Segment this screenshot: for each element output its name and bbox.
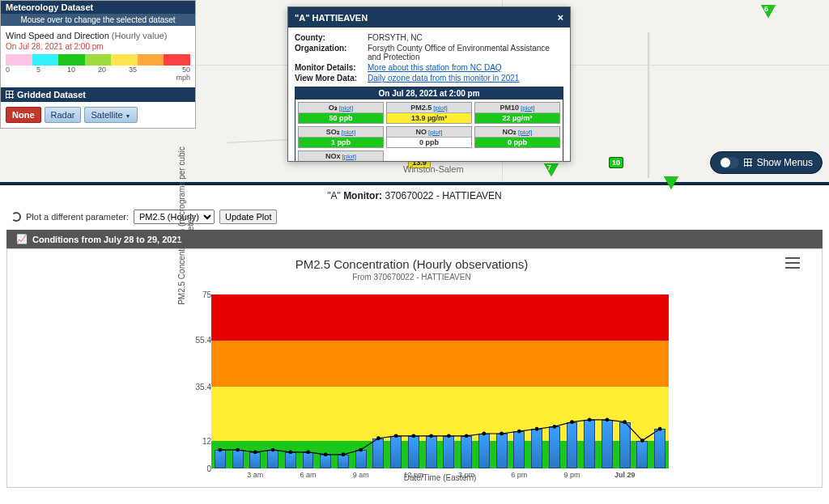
svg-point-6 [324,452,328,456]
pollutant-name: SO₂ [326,128,340,136]
svg-point-25 [658,427,662,431]
satellite-label: Satellite [91,110,122,120]
antenna-icon: "A" [327,190,341,201]
chart-subtitle: From 370670022 - HATTIEAVEN [17,273,806,282]
pollutant-name: PM10 [500,104,520,112]
svg-point-7 [342,452,346,456]
svg-point-21 [588,417,592,421]
plot-param-label: Plot a different parameter: [26,212,129,222]
pollutant-cell: SO₂[plot]1 ppb [298,126,384,148]
close-icon[interactable]: × [557,11,563,23]
pollutant-cell: NO₂[plot]0 ppb [474,126,560,148]
param-type: (Hourly value) [112,31,167,40]
svg-point-19 [552,425,556,429]
show-menus-label: Show Menus [757,157,813,168]
svg-point-24 [640,438,644,443]
map-area[interactable]: Meteorology Dataset Mouse over to change… [0,0,829,185]
plot-controls: Plot a different parameter: PM2.5 (Hourl… [0,206,829,227]
line-layer [211,294,669,468]
svg-point-1 [236,448,240,452]
param-name: Wind Speed and Direction [6,31,109,40]
unit-label: mph [6,74,190,82]
gridded-title: Gridded Dataset [17,90,86,100]
meta-county-key: County: [295,33,368,42]
meta-org-val: Forsyth County Office of Environmental A… [368,44,563,61]
pollutant-value: 50 ppb [299,113,383,123]
meta-details-key: Monitor Details: [295,63,368,72]
y-tick: 12 [187,437,211,446]
svg-point-8 [359,448,363,452]
map-marker-triangle[interactable] [664,176,678,189]
panel-title-bar: Meteorology Dataset [1,1,195,14]
monitor-value: 370670022 - HATTIEAVEN [385,190,501,201]
conditions-header: 📈 Conditions from July 28 to 29, 2021 [6,230,823,248]
update-plot-button[interactable]: Update Plot [219,210,277,224]
y-tick: 75 [187,290,211,299]
grid-icon [6,91,14,99]
pollutant-value: 1 ppb [299,138,383,147]
svg-point-18 [535,427,539,431]
grid-icon [744,159,752,167]
wind-scale-labels: 0510203550 [6,66,190,74]
pollutant-plot-link[interactable]: [plot] [518,129,532,136]
y-tick: 35.4 [187,383,211,392]
chart-title: PM2.5 Concentration (Hourly observations… [17,254,806,271]
gridded-dataset-header: Gridded Dataset [1,87,195,102]
layer-none-button[interactable]: None [6,107,41,123]
pollutant-plot-link[interactable]: [plot] [433,104,447,112]
monitor-title-bar: "A" Monitor: 370670022 - HATTIEAVEN [0,185,829,206]
panel-title: Meteorology Dataset [6,2,93,12]
show-menus-button[interactable]: Show Menus [710,151,823,174]
parameter-select[interactable]: PM2.5 (Hourly) [134,210,215,224]
panel-hint: Mouse over to change the selected datase… [1,14,195,26]
svg-point-16 [500,432,504,436]
layer-satellite-button[interactable]: Satellite▼ [84,107,137,123]
svg-point-5 [306,451,310,455]
pollutant-cell: PM2.5[plot]13.9 µg/m³ [386,102,472,124]
wind-colorbar [6,54,190,66]
chart-menu-button[interactable] [785,257,800,269]
svg-point-3 [271,448,275,452]
pollutant-name: O₃ [329,104,338,112]
pollutant-value: 13.9 µg/m³ [387,113,471,123]
caret-down-icon: ▼ [125,113,131,119]
map-marker[interactable]: 10 [609,157,623,168]
chart-frame: PM2.5 Concentration (Hourly observations… [6,248,823,488]
pollutant-cell: NO[plot]0 ppb [386,126,472,148]
road-line [648,32,649,178]
meta-county-val: FORSYTH, NC [368,33,563,42]
toggle-icon [720,157,739,168]
station-popup: "A" HATTIEAVEN × County:FORSYTH, NC Orga… [287,6,571,162]
pollutant-cell: O₃[plot]50 ppb [298,102,384,124]
param-timestamp: On Jul 28, 2021 at 2:00 pm [6,42,190,51]
svg-point-4 [288,451,292,455]
svg-point-15 [482,432,486,436]
svg-point-9 [376,436,380,440]
pollutant-value: 0 ppb [475,138,559,147]
pollutant-name: NO₂ [503,128,517,136]
svg-point-22 [606,417,610,421]
map-marker-triangle[interactable]: 7 [544,163,559,176]
pollutant-plot-link[interactable]: [plot] [521,104,534,112]
pollutant-plot-link[interactable]: [plot] [342,129,355,136]
chart-icon: 📈 [16,234,28,244]
pollutant-plot-link[interactable]: [plot] [428,129,442,136]
pollutant-name: NO [416,128,427,136]
antenna-icon: "A" [295,13,309,23]
wind-speed-row: Wind Speed and Direction (Hourly value) [6,31,190,40]
meta-org-key: Organization: [295,44,368,61]
map-marker-triangle[interactable]: 6 [761,5,776,18]
meta-more-key: View More Data: [295,74,368,83]
pollutant-name: PM2.5 [410,104,432,112]
popup-body: County:FORSYTH, NC Organization:Forsyth … [288,28,570,161]
svg-point-12 [429,434,433,438]
pm25-chart: PM2.5 Concentration (Hourly observations… [17,254,806,481]
pollutant-plot-link[interactable]: [plot] [339,104,353,112]
pollutant-plot-link[interactable]: [plot] [342,153,356,160]
pollutant-grid: O₃[plot]50 ppbPM2.5[plot]13.9 µg/m³PM10[… [295,100,563,161]
monitor-details-link[interactable]: More about this station from NC DAQ [368,63,502,72]
pollutant-value: 0 ppb [387,138,471,147]
layer-radar-button[interactable]: Radar [45,107,82,123]
svg-point-10 [394,434,398,438]
view-more-data-link[interactable]: Daily ozone data from this monitor in 20… [368,74,519,83]
